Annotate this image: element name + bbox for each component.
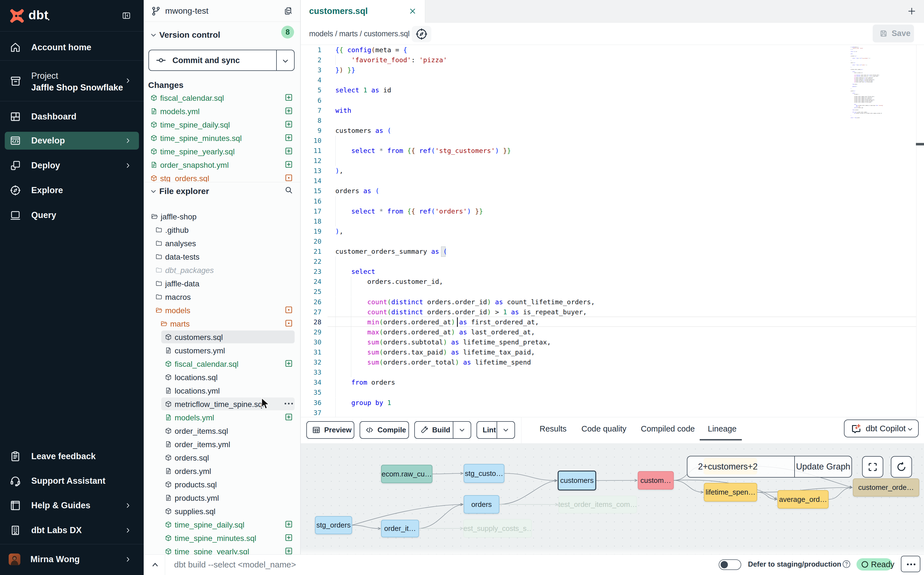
file-tree-item-order_items.sql[interactable]: order_items.sql [144,424,300,437]
file-tree-item-jaffle-data[interactable]: jaffle-data [144,276,300,290]
lineage-search-input[interactable]: 2+customers+2 [698,462,758,472]
sidebar-item-dbt-labs-dx[interactable]: dbt Labs DX [5,521,139,539]
changed-file-row[interactable]: time_spine_minutes.sql [144,131,300,145]
update-graph-button[interactable]: Update Graph [795,456,851,477]
file-tree-item-time_spine_daily.sql[interactable]: time_spine_daily.sql [144,518,300,531]
code-editor[interactable]: 1{{ config(meta = {2 'favorite_food': 'p… [301,45,924,417]
lineage-node-ecom[interactable]: ecom.raw_cu… [381,465,433,483]
file-tree-item-models.yml[interactable]: models.yml [144,411,300,424]
plus-box-icon[interactable] [285,120,293,129]
search-icon[interactable] [285,186,293,194]
explore-lineage-icon[interactable] [412,26,431,42]
build-button[interactable]: Build [414,421,471,439]
file-tree-item-data-tests[interactable]: data-tests [144,250,300,263]
plus-box-icon[interactable] [285,106,293,115]
sidebar-item-support-assistant[interactable]: Support Assistant [5,472,139,490]
tab-customers-sql[interactable]: customers.sql [301,0,425,22]
lineage-node-orders[interactable]: orders [464,495,499,514]
sidebar-item-explore[interactable]: Explore [5,181,139,199]
file-tree-item-locations.yml[interactable]: locations.yml [144,384,300,397]
expand-command-icon[interactable] [152,562,159,567]
file-tree-item-products.sql[interactable]: products.sql [144,478,300,491]
version-control-header[interactable]: Version control 8 [144,27,300,44]
plus-box-icon[interactable] [285,520,293,528]
sidebar-item-help-guides[interactable]: Help & Guides [5,497,139,515]
editor-scrollbar[interactable] [916,45,916,417]
lineage-graph[interactable]: test_order_items_com…test_supply_costs_s… [301,443,924,554]
file-tree-item-locations.sql[interactable]: locations.sql [144,370,300,384]
dot-box-icon[interactable] [285,174,293,182]
fullscreen-button[interactable] [862,456,883,478]
plus-box-icon[interactable] [285,93,293,102]
plus-box-icon[interactable] [285,147,293,155]
plus-box-icon[interactable] [285,359,293,368]
chevron-down-icon[interactable] [459,427,465,434]
tab-code-quality[interactable]: Code quality [582,424,626,434]
lineage-node-stg_customers[interactable]: stg_custo… [464,464,504,483]
changed-file-row[interactable]: time_spine_yearly.sql [144,145,300,158]
lineage-node-customers[interactable]: customers [558,470,596,491]
command-input[interactable]: dbt build --select <model_name> [174,560,296,569]
file-tree-item-order_items.yml[interactable]: order_items.yml [144,437,300,451]
file-tree-item-.github[interactable]: .github [144,223,300,237]
changed-file-row[interactable]: models.yml [144,105,300,118]
file-explorer-header[interactable]: File explorer [144,183,300,200]
file-tree-item-analyses[interactable]: analyses [144,237,300,250]
file-tree-item-fiscal_calendar.sql[interactable]: fiscal_calendar.sql [144,357,300,370]
tab-compiled-code[interactable]: Compiled code [641,424,695,434]
file-tree-item-dbt_packages[interactable]: dbt_packages [144,263,300,276]
file-tree-item-products.yml[interactable]: products.yml [144,491,300,504]
copy-icon[interactable] [284,6,293,16]
chevron-down-icon[interactable] [282,57,289,65]
sidebar-item-query[interactable]: Query [5,206,139,224]
file-tree-item-time_spine_yearly.sql[interactable]: time_spine_yearly.sql [144,545,300,554]
tab-results[interactable]: Results [540,424,567,434]
sidebar-item-project[interactable]: Project Jaffle Shop Snowflake [5,71,139,92]
lint-button[interactable]: Lint [477,421,515,439]
preview-button[interactable]: Preview [306,421,354,439]
dbt-copilot-button[interactable]: dbt Copilot [844,419,919,437]
dot-box-icon[interactable] [285,306,293,314]
file-tree-item-customers.sql[interactable]: customers.sql [144,330,300,344]
chevron-down-icon[interactable] [502,427,509,434]
tab-lineage[interactable]: Lineage [708,424,737,434]
sidebar-item-account-home[interactable]: Account home [5,38,139,56]
refresh-button[interactable] [891,456,912,478]
file-tree-item-models[interactable]: models [144,303,300,317]
file-tree-item-time_spine_minutes.sql[interactable]: time_spine_minutes.sql [144,531,300,545]
save-button[interactable]: Save [873,25,914,43]
lineage-node-custom[interactable]: custom… [638,471,674,489]
sidebar-item-deploy[interactable]: Deploy [5,157,139,175]
file-tree-item-customers.yml[interactable]: customers.yml [144,344,300,357]
lineage-node-lifetime_spend[interactable]: lifetime_spen… [704,483,757,502]
compile-button[interactable]: Compile [360,421,409,439]
help-circle-icon[interactable] [842,560,851,568]
plus-box-icon[interactable] [285,160,293,168]
dot-box-icon[interactable] [285,319,293,327]
lineage-node-average_order[interactable]: average_ord… [778,490,829,508]
changed-file-row[interactable]: stg_orders.sql [144,172,300,182]
file-tree-item-marts[interactable]: marts [144,317,300,330]
more-options-button[interactable] [901,556,920,572]
lineage-node-order_items[interactable]: order_it… [381,520,419,537]
row-menu-icon[interactable] [284,402,293,405]
collapse-sidebar-icon[interactable] [121,11,132,20]
changed-file-row[interactable]: fiscal_calendar.sql [144,91,300,105]
file-tree-item-orders.sql[interactable]: orders.sql [144,451,300,464]
file-tree-item-macros[interactable]: macros [144,290,300,303]
plus-box-icon[interactable] [285,547,293,554]
file-tree-item-metricflow_time_spine.sql[interactable]: metricflow_time_spine.sql [144,397,300,411]
changed-file-row[interactable]: order_snapshot.yml [144,158,300,172]
sidebar-item-dashboard[interactable]: Dashboard [5,108,139,125]
defer-toggle[interactable] [719,559,741,570]
plus-box-icon[interactable] [285,133,293,142]
close-tab-icon[interactable] [409,7,417,15]
sidebar-user[interactable]: Mirna Wong [5,550,139,569]
lineage-node-customer_orders[interactable]: customer_orde… [853,478,919,497]
editor-minimap[interactable]: {{ config(meta = { 'favorite_food': 'piz… [851,47,922,203]
file-tree-item-supplies.sql[interactable]: supplies.sql [144,504,300,518]
lineage-search[interactable]: 2+customers+2 Update Graph [687,456,852,478]
file-tree-item-jaffle-shop[interactable]: jaffle-shop [144,210,300,223]
plus-box-icon[interactable] [285,534,293,542]
plus-box-icon[interactable] [285,413,293,421]
